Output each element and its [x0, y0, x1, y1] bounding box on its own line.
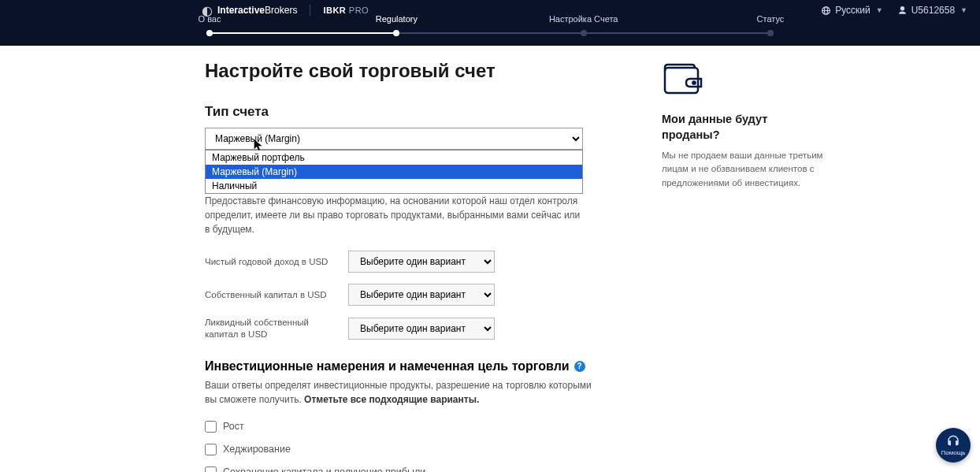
- progress-bar: О вас Regulatory Настройка Счета Статус: [0, 20, 980, 46]
- account-type-heading: Тип счета: [205, 104, 599, 120]
- user-icon: [897, 6, 908, 16]
- progress-step-account-setup[interactable]: Настройка Счета: [581, 30, 587, 36]
- field-row: Собственный капитал в USD Выберите один …: [205, 284, 599, 306]
- field-row: Ликвидный собственный капитал в USD Выбе…: [205, 317, 599, 340]
- checkbox-row: Рост: [205, 421, 599, 433]
- brand-block: ◐ InteractiveBrokers IBKR PRO: [202, 3, 369, 18]
- page-title: Настройте свой торговый счет: [205, 60, 599, 82]
- annual-income-select[interactable]: Выберите один вариант: [348, 251, 495, 273]
- globe-icon: [821, 6, 831, 16]
- checkbox-label: Хеджирование: [223, 444, 291, 455]
- account-type-dropdown: Маржевый портфель Маржевый (Margin) Нали…: [205, 150, 583, 194]
- account-type-option[interactable]: Наличный: [206, 179, 582, 193]
- field-row: Чистый годовой доход в USD Выберите один…: [205, 251, 599, 273]
- progress-track: О вас Regulatory Настройка Счета Статус: [206, 32, 774, 34]
- field-label: Собственный капитал в USD: [205, 289, 339, 301]
- investment-intentions-section: Инвестиционные намерения и намеченная це…: [205, 359, 599, 472]
- language-switch[interactable]: Русский ▼: [821, 5, 882, 16]
- financial-description: Предоставьте финансовую информацию, на о…: [205, 194, 583, 236]
- page-content: Настройте свой торговый счет Тип счета М…: [0, 46, 980, 472]
- progress-done-segment: [206, 32, 395, 34]
- account-type-select-wrap: Маржевый (Margin) Маржевый портфель Марж…: [205, 128, 583, 150]
- svg-point-1: [692, 81, 695, 84]
- checkbox-row: Хеджирование: [205, 444, 599, 455]
- headset-icon: [946, 434, 960, 448]
- progress-label: Настройка Счета: [549, 14, 618, 24]
- progress-label: Статус: [757, 14, 785, 24]
- investment-heading-text: Инвестиционные намерения и намеченная це…: [205, 359, 570, 374]
- side-column: Мои данные будут проданы? Мы не продаем …: [662, 60, 827, 472]
- liquid-net-worth-select[interactable]: Выберите один вариант: [348, 318, 495, 340]
- checkbox-preservation[interactable]: [205, 466, 217, 472]
- top-bar: ◐ InteractiveBrokers IBKR PRO Русский ▼ …: [0, 0, 980, 20]
- progress-step-status[interactable]: Статус: [767, 30, 774, 36]
- progress-label: Regulatory: [376, 14, 418, 24]
- help-button[interactable]: Помощь: [936, 428, 971, 463]
- checkbox-label: Сохранение капитала и получение прибыли: [223, 466, 425, 472]
- progress-step-regulatory[interactable]: Regulatory: [393, 30, 399, 36]
- wallet-icon: [662, 60, 827, 101]
- account-type-select[interactable]: Маржевый (Margin): [205, 128, 583, 150]
- language-label: Русский: [835, 5, 870, 16]
- help-label: Помощь: [941, 449, 966, 456]
- financial-fields: Чистый годовой доход в USD Выберите один…: [205, 251, 599, 340]
- investment-heading: Инвестиционные намерения и намеченная це…: [205, 359, 599, 374]
- main-column: Настройте свой торговый счет Тип счета М…: [205, 60, 599, 472]
- account-type-option[interactable]: Маржевый портфель: [206, 151, 582, 165]
- field-label: Ликвидный собственный капитал в USD: [205, 317, 339, 340]
- investment-checkboxes: Рост Хеджирование Сохранение капитала и …: [205, 421, 599, 472]
- account-menu[interactable]: U5612658 ▼: [897, 5, 967, 16]
- svg-rect-0: [665, 68, 698, 93]
- account-type-option-selected[interactable]: Маржевый (Margin): [206, 165, 582, 179]
- progress-label: О вас: [199, 14, 221, 24]
- checkbox-hedging[interactable]: [205, 444, 217, 455]
- net-worth-select[interactable]: Выберите один вариант: [348, 284, 495, 306]
- brand-name: InteractiveBrokers: [217, 5, 297, 16]
- account-id: U5612658: [911, 5, 955, 16]
- brand-separator: [310, 5, 310, 16]
- checkbox-row: Сохранение капитала и получение прибыли: [205, 466, 599, 472]
- checkbox-label: Рост: [223, 421, 244, 432]
- caret-down-icon: ▼: [876, 6, 883, 14]
- brand-pro-label: IBKR PRO: [323, 6, 369, 15]
- topbar-right: Русский ▼ U5612658 ▼: [821, 5, 967, 16]
- help-icon[interactable]: ?: [574, 361, 585, 372]
- brand-bold: Interactive: [217, 5, 265, 16]
- brand-light: Brokers: [265, 5, 297, 16]
- caret-down-icon: ▼: [960, 6, 967, 14]
- side-heading: Мои данные будут проданы?: [662, 112, 827, 143]
- progress-step-about[interactable]: О вас: [206, 30, 213, 36]
- field-label: Чистый годовой доход в USD: [205, 256, 339, 268]
- side-body: Мы не продаем ваши данные третьим лицам …: [662, 149, 827, 190]
- checkbox-growth[interactable]: [205, 421, 217, 433]
- investment-description: Ваши ответы определят инвестиционные про…: [205, 378, 599, 407]
